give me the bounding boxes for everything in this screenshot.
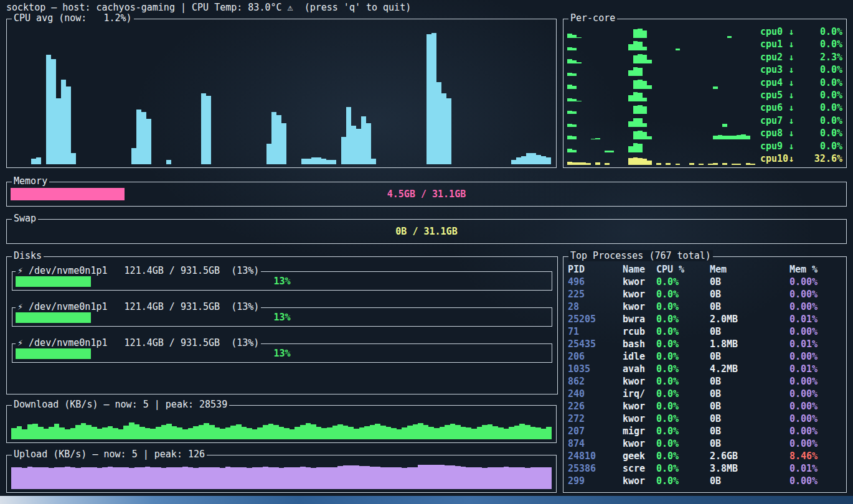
core-spark-chart [567, 65, 755, 76]
chart-bar [514, 426, 520, 439]
chart-bar [750, 164, 755, 165]
chart-bar [423, 425, 429, 439]
chart-bar [182, 429, 188, 439]
chart-bar [54, 424, 60, 439]
chart-bar [145, 467, 151, 489]
chart-bar [746, 136, 751, 139]
process-cell: 0.00% [789, 388, 842, 400]
chart-bar [242, 427, 247, 440]
process-row: 225kwor0.0%0B0.00% [568, 288, 842, 301]
chart-bar [247, 428, 252, 439]
chart-bar [541, 467, 547, 489]
chart-bar [17, 426, 22, 439]
chart-bar [638, 54, 643, 63]
chart-bar [628, 146, 633, 152]
core-label: cpu2 ↓2.3% [760, 51, 842, 63]
core-spark-chart [567, 129, 755, 139]
chart-bar [450, 424, 456, 439]
process-row: 207migr0.0%0B0.00% [568, 425, 842, 437]
chart-bar [182, 467, 188, 489]
chart-bar [108, 426, 113, 439]
chart-bar [689, 163, 694, 165]
chart-bar [633, 106, 638, 114]
process-cell: 0B [710, 475, 789, 487]
chart-bar [577, 162, 582, 165]
chart-bar [380, 467, 386, 489]
chart-bar [633, 157, 638, 165]
chart-bar [59, 427, 65, 439]
chart-bar [332, 467, 338, 489]
process-row: 25205bwra0.0%2.0MB0.01% [568, 313, 842, 325]
core-name: cpu8 ↓ [760, 128, 794, 139]
chart-bar [741, 134, 746, 139]
chart-bar [263, 467, 268, 489]
chart-bar [236, 424, 242, 439]
chart-bar [131, 148, 136, 164]
chart-bar [113, 428, 118, 439]
chart-bar [141, 112, 146, 164]
chart-bar [332, 426, 338, 439]
chart-bar [643, 98, 648, 101]
chart-bar [525, 468, 530, 489]
chart-bar [737, 135, 742, 139]
process-cell: rcub [623, 325, 656, 338]
core-spark-chart [567, 154, 755, 165]
chart-bar [199, 467, 204, 489]
upload-panel-title: Upload (KB/s) — now: 5 | peak: 126 [12, 449, 207, 460]
chart-bar [201, 93, 206, 164]
chart-bar [521, 156, 526, 164]
core-value: 0.0% [820, 115, 842, 126]
chart-bar [321, 159, 326, 164]
chart-bar [257, 427, 263, 439]
chart-bar [546, 427, 552, 439]
core-label: cpu7 ↓0.0% [760, 114, 842, 127]
chart-bar [407, 467, 413, 489]
chart-bar [177, 427, 182, 439]
process-cell: 25386 [568, 462, 623, 475]
upload-panel: Upload (KB/s) — now: 5 | peak: 126 [6, 455, 557, 493]
chart-bar [436, 82, 441, 164]
chart-bar [209, 467, 215, 489]
chart-bar [118, 467, 124, 489]
chart-bar [230, 426, 236, 439]
chart-bar [450, 465, 456, 489]
chart-bar [129, 422, 134, 439]
chart-bar [582, 162, 587, 165]
chart-bar [541, 156, 546, 164]
core-value: 0.0% [820, 26, 842, 37]
chart-bar [643, 47, 648, 51]
process-cell: 874 [568, 437, 623, 450]
upload-history-chart [11, 464, 552, 489]
chart-bar [225, 467, 231, 489]
chart-bar [209, 425, 215, 439]
process-cell: 0.01% [789, 462, 842, 475]
process-cell: 226 [568, 400, 623, 413]
chart-bar [546, 157, 551, 164]
chart-bar [284, 467, 290, 489]
process-cell: 862 [568, 375, 623, 388]
chart-bar [535, 467, 541, 489]
chart-bar [65, 467, 70, 489]
core-row: cpu7 ↓0.0% [567, 114, 842, 127]
chart-bar [361, 116, 366, 164]
chart-bar [708, 164, 713, 165]
chart-bar [204, 467, 209, 489]
chart-bar [426, 34, 431, 164]
chart-bar [354, 465, 359, 489]
chart-bar [737, 164, 742, 165]
core-name: cpu6 ↓ [760, 102, 794, 113]
process-cell: 0.00% [789, 437, 842, 450]
chart-bar [70, 467, 76, 489]
chart-bar [316, 427, 322, 440]
chart-bar [273, 425, 279, 439]
chart-bar [446, 98, 451, 164]
chart-bar [321, 428, 327, 439]
chart-bar [391, 467, 397, 489]
chart-bar [531, 153, 536, 164]
chart-bar [638, 68, 643, 77]
process-cell: kwor [623, 288, 656, 301]
chart-bar [628, 44, 633, 50]
core-row: cpu0 ↓0.0% [567, 26, 842, 38]
process-cell: 71 [568, 325, 623, 338]
disks-panel-title: Disks [12, 250, 44, 261]
